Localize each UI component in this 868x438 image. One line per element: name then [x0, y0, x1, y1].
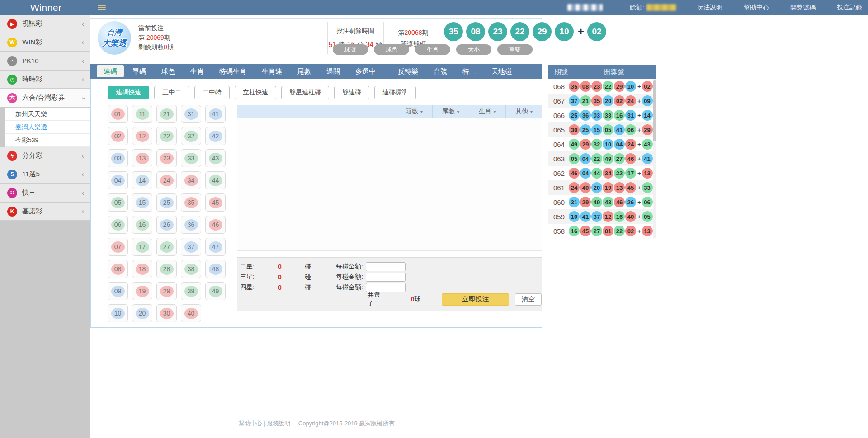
number-cell-44[interactable]: 44 — [205, 171, 226, 189]
top-link-2[interactable]: 開獎號碼 — [790, 4, 816, 12]
sidebar-item-8[interactable]: K基諾彩‹ — [0, 203, 90, 221]
bet-amount-input-0[interactable] — [366, 262, 406, 271]
footer-links[interactable]: 幫助中心 | 服務說明 — [239, 420, 291, 427]
subtab-3[interactable]: 立柱快速 — [235, 86, 276, 99]
number-cell-04[interactable]: 04 — [108, 171, 128, 189]
number-cell-22[interactable]: 22 — [156, 127, 177, 145]
number-cell-42[interactable]: 42 — [205, 127, 226, 145]
sidebar-subitem-1[interactable]: 臺灣大樂透 — [5, 121, 90, 134]
number-cell-47[interactable]: 47 — [205, 238, 226, 256]
number-cell-31[interactable]: 31 — [181, 105, 201, 123]
number-cell-45[interactable]: 45 — [205, 193, 226, 212]
number-cell-26[interactable]: 26 — [156, 216, 177, 234]
tab-6[interactable]: 尾數 — [290, 64, 319, 79]
ball-view-pill-3[interactable]: 大小 — [456, 44, 491, 55]
bet-now-button[interactable]: 立即投注 — [442, 293, 509, 306]
tab-5[interactable]: 生肖連 — [254, 64, 290, 79]
number-cell-34[interactable]: 34 — [181, 171, 201, 189]
subtab-1[interactable]: 三中二 — [154, 86, 189, 99]
number-cell-40[interactable]: 40 — [181, 304, 201, 322]
number-cell-29[interactable]: 29 — [156, 282, 177, 300]
number-cell-02[interactable]: 02 — [108, 127, 128, 145]
sidebar-subitem-2[interactable]: 今彩539 — [5, 134, 90, 147]
top-link-1[interactable]: 幫助中心 — [744, 4, 769, 12]
number-cell-06[interactable]: 06 — [108, 216, 128, 234]
sidebar-item-2[interactable]: ◔PK10‹ — [0, 52, 90, 71]
results-scrollbar-thumb[interactable] — [653, 80, 656, 141]
number-cell-46[interactable]: 46 — [205, 216, 226, 234]
number-cell-36[interactable]: 36 — [181, 216, 201, 234]
tab-3[interactable]: 生肖 — [183, 64, 212, 79]
top-link-3[interactable]: 投注記錄 — [837, 4, 862, 12]
hamburger-menu-icon[interactable] — [98, 4, 106, 12]
filter-dropdown-2[interactable]: 生肖▾ — [469, 105, 505, 118]
sidebar-item-5[interactable]: ϟ分分彩‹ — [0, 147, 90, 165]
tab-11[interactable]: 特三 — [455, 64, 484, 79]
number-cell-28[interactable]: 28 — [156, 260, 177, 278]
tab-1[interactable]: 單碼 — [125, 64, 154, 79]
sidebar-item-3[interactable]: ◷時時彩‹ — [0, 71, 90, 89]
number-cell-19[interactable]: 19 — [132, 282, 152, 300]
number-cell-48[interactable]: 48 — [205, 260, 226, 278]
number-cell-05[interactable]: 05 — [108, 193, 128, 212]
number-cell-01[interactable]: 01 — [108, 105, 128, 123]
number-cell-15[interactable]: 15 — [132, 193, 152, 212]
number-cell-33[interactable]: 33 — [181, 149, 201, 167]
bet-amount-input-1[interactable] — [366, 273, 406, 282]
tab-2[interactable]: 球色 — [154, 64, 183, 79]
top-link-0[interactable]: 玩法說明 — [697, 4, 722, 12]
tab-10[interactable]: 台號 — [426, 64, 455, 79]
number-cell-32[interactable]: 32 — [181, 127, 201, 145]
number-cell-21[interactable]: 21 — [156, 105, 177, 123]
number-cell-38[interactable]: 38 — [181, 260, 201, 278]
sidebar-item-1[interactable]: WWIN彩‹ — [0, 33, 90, 52]
number-cell-39[interactable]: 39 — [181, 282, 201, 300]
bet-amount-input-2[interactable] — [366, 283, 406, 292]
number-cell-30[interactable]: 30 — [156, 304, 177, 322]
sidebar-item-0[interactable]: ▶視訊彩‹ — [0, 15, 90, 33]
sidebar-item-4[interactable]: 六六合/台灣彩券‹ — [0, 89, 90, 108]
number-cell-07[interactable]: 07 — [108, 238, 128, 256]
number-cell-08[interactable]: 08 — [108, 260, 128, 278]
subtab-6[interactable]: 連碰標準 — [374, 86, 416, 99]
ball-view-pill-1[interactable]: 球色 — [374, 44, 409, 55]
number-cell-11[interactable]: 11 — [132, 105, 152, 123]
number-cell-13[interactable]: 13 — [132, 149, 152, 167]
ball-view-pill-0[interactable]: 球號 — [333, 44, 368, 55]
filter-dropdown-1[interactable]: 尾數▾ — [432, 105, 469, 118]
number-cell-49[interactable]: 49 — [205, 282, 226, 300]
number-cell-12[interactable]: 12 — [132, 127, 152, 145]
subtab-2[interactable]: 二中特 — [194, 86, 230, 99]
ball-view-pill-4[interactable]: 單雙 — [497, 44, 533, 55]
tab-8[interactable]: 多選中一 — [348, 64, 390, 79]
tab-7[interactable]: 過關 — [319, 64, 348, 79]
tab-12[interactable]: 天地碰 — [484, 64, 519, 79]
number-cell-23[interactable]: 23 — [156, 149, 177, 167]
number-cell-16[interactable]: 16 — [132, 216, 152, 234]
filter-dropdown-3[interactable]: 其他▾ — [505, 105, 542, 118]
subtab-5[interactable]: 雙連碰 — [334, 86, 369, 99]
number-cell-35[interactable]: 35 — [181, 193, 201, 212]
number-cell-37[interactable]: 37 — [181, 238, 201, 256]
number-cell-03[interactable]: 03 — [108, 149, 128, 167]
number-cell-17[interactable]: 17 — [132, 238, 152, 256]
number-cell-10[interactable]: 10 — [108, 304, 128, 322]
subtab-0[interactable]: 連碼快速 — [108, 86, 149, 99]
number-cell-20[interactable]: 20 — [132, 304, 152, 322]
tab-0[interactable]: 連碼 — [97, 65, 124, 77]
clear-button[interactable]: 清空 — [515, 293, 542, 306]
number-cell-27[interactable]: 27 — [156, 238, 177, 256]
sidebar-item-6[interactable]: 511選5‹ — [0, 165, 90, 184]
number-cell-41[interactable]: 41 — [205, 105, 226, 123]
tab-4[interactable]: 特碼生肖 — [212, 64, 254, 79]
number-cell-09[interactable]: 09 — [108, 282, 128, 300]
subtab-4[interactable]: 雙星連柱碰 — [281, 86, 329, 99]
ball-view-pill-2[interactable]: 生肖 — [415, 44, 450, 55]
number-cell-25[interactable]: 25 — [156, 193, 177, 212]
sidebar-subitem-0[interactable]: 加州天天樂 — [5, 108, 90, 121]
number-cell-18[interactable]: 18 — [132, 260, 152, 278]
number-cell-14[interactable]: 14 — [132, 171, 152, 189]
number-cell-24[interactable]: 24 — [156, 171, 177, 189]
sidebar-item-7[interactable]: ∷快三‹ — [0, 184, 90, 203]
filter-dropdown-0[interactable]: 頭數▾ — [396, 105, 432, 118]
